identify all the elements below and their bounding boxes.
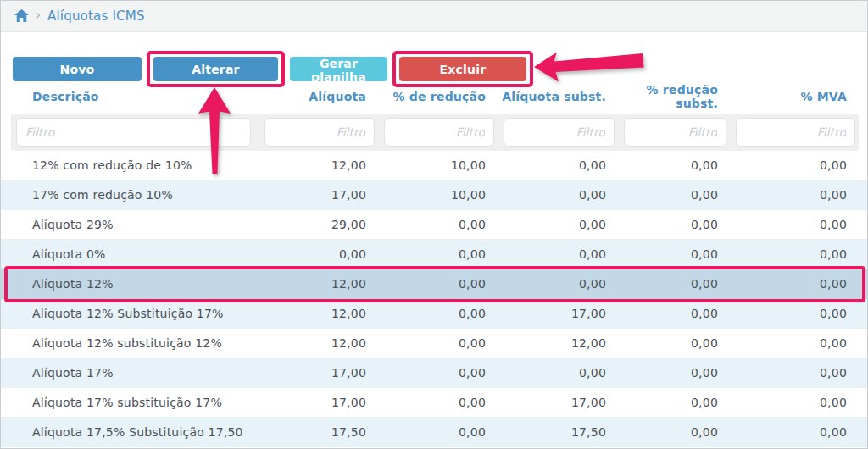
row-value: 0,00 <box>725 277 854 291</box>
row-value: 0,00 <box>613 425 725 439</box>
row-value: 29,00 <box>253 218 373 231</box>
page-title: Alíquotas ICMS <box>47 8 145 24</box>
column-header-aliquota-subst[interactable]: Alíquota subst. <box>492 90 613 103</box>
row-value: 0,00 <box>725 188 854 202</box>
row-description: Alíquota 12% Substituição 17% <box>11 307 253 320</box>
table-row[interactable]: Alíquota 12% substituição 12%12,000,0012… <box>1 329 867 358</box>
row-value: 0,00 <box>725 247 854 261</box>
row-value: 0,00 <box>373 247 492 261</box>
table-row[interactable]: Alíquota 12%12,000,000,000,000,00 <box>1 269 867 299</box>
row-description: Alíquota 17% <box>11 366 253 380</box>
row-value: 17,00 <box>492 396 613 409</box>
row-value: 0,00 <box>613 366 725 380</box>
row-value: 17,00 <box>253 366 373 380</box>
row-description: Alíquota 17,5% Substituição 17,50 <box>11 425 253 439</box>
novo-button[interactable]: Novo <box>13 57 142 81</box>
arrow-left-to-excluir-icon <box>534 53 644 82</box>
filter-input-reducao-subst[interactable] <box>624 118 726 147</box>
row-value: 0,00 <box>725 218 854 231</box>
row-value: 0,00 <box>613 277 725 291</box>
row-value: 0,00 <box>373 218 492 231</box>
row-value: 0,00 <box>492 158 613 172</box>
row-value: 0,00 <box>492 366 613 380</box>
row-value: 0,00 <box>725 158 854 172</box>
row-value: 0,00 <box>613 247 725 261</box>
filter-input-descricao[interactable] <box>16 118 251 147</box>
row-value: 0,00 <box>373 307 492 320</box>
filter-row <box>11 114 859 151</box>
row-value: 17,50 <box>492 425 613 439</box>
table-row[interactable]: Alíquota 29%29,000,000,000,000,00 <box>1 210 867 240</box>
row-value: 0,00 <box>725 425 854 439</box>
row-description: Alíquota 12% substituição 12% <box>11 336 253 350</box>
home-icon[interactable] <box>14 9 29 22</box>
row-value: 0,00 <box>492 247 613 261</box>
row-value: 0,00 <box>373 396 492 409</box>
row-value: 17,00 <box>253 396 373 409</box>
row-value: 17,00 <box>492 307 613 320</box>
row-description: Alíquota 29% <box>11 218 253 231</box>
row-value: 17,50 <box>253 425 373 439</box>
table-header: Descrição Alíquota % de redução Alíquota… <box>1 83 867 108</box>
row-value: 0,00 <box>492 277 613 291</box>
row-description: 17% com redução 10% <box>11 188 253 202</box>
row-description: Alíquota 12% <box>11 277 253 291</box>
row-value: 0,00 <box>613 188 725 202</box>
row-value: 0,00 <box>373 366 492 380</box>
row-value: 0,00 <box>613 336 725 350</box>
row-value: 0,00 <box>613 218 725 231</box>
app-window: › Alíquotas ICMS Novo Alterar Gerar plan… <box>0 0 868 449</box>
gerar-planilha-button[interactable]: Gerar planilha <box>290 57 387 81</box>
table-row[interactable]: 12% com redução de 10%12,0010,000,000,00… <box>1 151 867 180</box>
row-value: 0,00 <box>373 277 492 291</box>
row-value: 0,00 <box>725 396 854 409</box>
breadcrumb: › Alíquotas ICMS <box>1 1 867 32</box>
row-value: 12,00 <box>253 307 373 320</box>
table-row[interactable]: Alíquota 17,5% Substituição 17,5017,500,… <box>1 418 867 447</box>
row-value: 0,00 <box>613 307 725 320</box>
row-value: 0,00 <box>492 218 613 231</box>
row-value: 0,00 <box>373 425 492 439</box>
table-row[interactable]: Alíquota 12% Substituição 17%12,000,0017… <box>1 299 867 329</box>
row-value: 0,00 <box>725 307 854 320</box>
table-row[interactable]: Alíquota 17% substituição 17%17,000,0017… <box>1 388 867 418</box>
table-body: 12% com redução de 10%12,0010,000,000,00… <box>1 151 867 447</box>
row-value: 0,00 <box>725 336 854 350</box>
row-description: Alíquota 17% substituição 17% <box>11 396 253 409</box>
row-value: 0,00 <box>613 396 725 409</box>
excluir-button[interactable]: Excluir <box>399 57 526 81</box>
table-row[interactable]: Alíquota 0%0,000,000,000,000,00 <box>1 240 867 269</box>
column-header-aliquota[interactable]: Alíquota <box>253 90 373 103</box>
row-value: 0,00 <box>253 247 373 261</box>
filter-input-mva[interactable] <box>736 118 855 147</box>
column-header-reducao-subst[interactable]: % redução subst. <box>613 83 725 110</box>
row-value: 12,00 <box>253 277 373 291</box>
row-value: 10,00 <box>373 188 492 202</box>
filter-input-aliquota-subst[interactable] <box>504 118 615 147</box>
column-header-reducao[interactable]: % de redução <box>373 90 492 103</box>
row-value: 10,00 <box>373 158 492 172</box>
column-header-descricao[interactable]: Descrição <box>11 90 253 103</box>
filter-input-aliquota[interactable] <box>264 118 375 147</box>
row-value: 12,00 <box>492 336 613 350</box>
filter-input-reducao[interactable] <box>384 118 494 147</box>
row-description: Alíquota 0% <box>11 247 253 261</box>
row-value: 12,00 <box>253 158 373 172</box>
row-value: 12,00 <box>253 336 373 350</box>
table-row[interactable]: 17% com redução 10%17,0010,000,000,000,0… <box>1 180 867 210</box>
row-description: 12% com redução de 10% <box>11 158 253 172</box>
breadcrumb-chevron-icon: › <box>36 8 41 23</box>
column-header-mva[interactable]: % MVA <box>725 90 854 103</box>
row-value: 0,00 <box>373 336 492 350</box>
row-value: 0,00 <box>613 158 725 172</box>
table-row[interactable]: Alíquota 17%17,000,000,000,000,00 <box>1 358 867 388</box>
alterar-button[interactable]: Alterar <box>153 57 278 81</box>
row-value: 0,00 <box>725 366 854 380</box>
row-value: 0,00 <box>492 188 613 202</box>
row-value: 17,00 <box>253 188 373 202</box>
